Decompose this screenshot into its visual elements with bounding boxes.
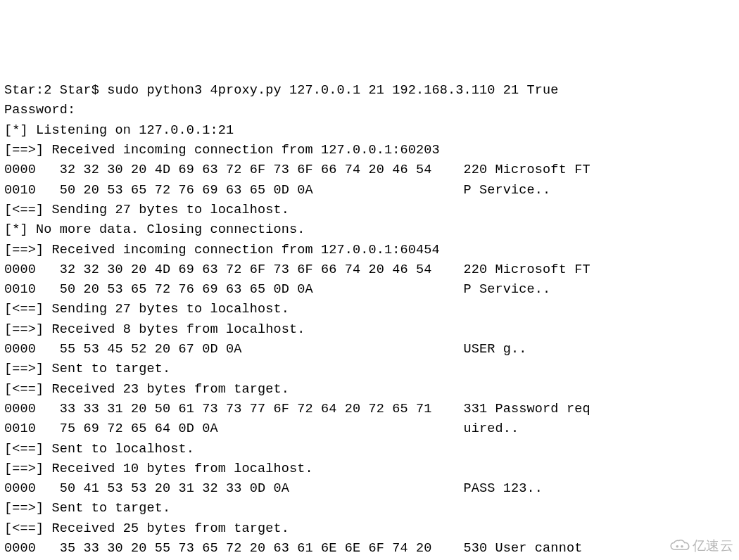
terminal-output[interactable]: Star:2 Star$ sudo python3 4proxy.py 127.… [4,81,735,560]
terminal-line: Star:2 Star$ sudo python3 4proxy.py 127.… [4,83,559,98]
terminal-line: [<==] Received 23 bytes from target. [4,382,289,397]
terminal-line: [==>] Sent to target. [4,501,170,516]
terminal-line: [<==] Sending 27 bytes to localhost. [4,203,289,217]
terminal-line: [<==] Received 25 bytes from target. [4,521,289,536]
terminal-line: Password: [4,103,75,117]
terminal-line: [==>] Sent to target. [4,362,170,376]
terminal-line: 0010 75 69 72 65 64 0D 0A uired.. [4,421,519,436]
watermark: 亿速云 [669,536,734,556]
terminal-line: [==>] Received incoming connection from … [4,243,440,257]
terminal-line: [*] Listening on 127.0.0.1:21 [4,123,234,138]
watermark-text: 亿速云 [693,536,734,556]
terminal-line: [*] No more data. Closing connections. [4,222,305,237]
terminal-line: 0010 50 20 53 65 72 76 69 63 65 0D 0A P … [4,183,550,198]
terminal-line: 0000 33 33 31 20 50 61 73 73 77 6F 72 64… [4,402,590,416]
svg-point-0 [676,545,678,548]
terminal-line: 0000 32 32 30 20 4D 69 63 72 6F 73 6F 66… [4,262,590,277]
terminal-line: 0000 50 41 53 53 20 31 32 33 0D 0A PASS … [4,481,543,496]
terminal-line: [<==] Sent to localhost. [4,442,194,457]
terminal-line: [<==] Sending 27 bytes to localhost. [4,302,289,317]
terminal-line: 0010 50 20 53 65 72 76 69 63 65 0D 0A P … [4,282,550,297]
terminal-line: [==>] Received incoming connection from … [4,143,440,158]
terminal-line: 0000 35 33 30 20 55 73 65 72 20 63 61 6E… [4,541,582,556]
terminal-line: 0000 32 32 30 20 4D 69 63 72 6F 73 6F 66… [4,163,590,177]
terminal-line: [==>] Received 10 bytes from localhost. [4,462,313,476]
cloud-icon [669,538,690,554]
terminal-line: 0000 55 53 45 52 20 67 0D 0A USER g.. [4,342,527,357]
svg-point-1 [681,545,683,548]
terminal-line: [==>] Received 8 bytes from localhost. [4,322,305,337]
